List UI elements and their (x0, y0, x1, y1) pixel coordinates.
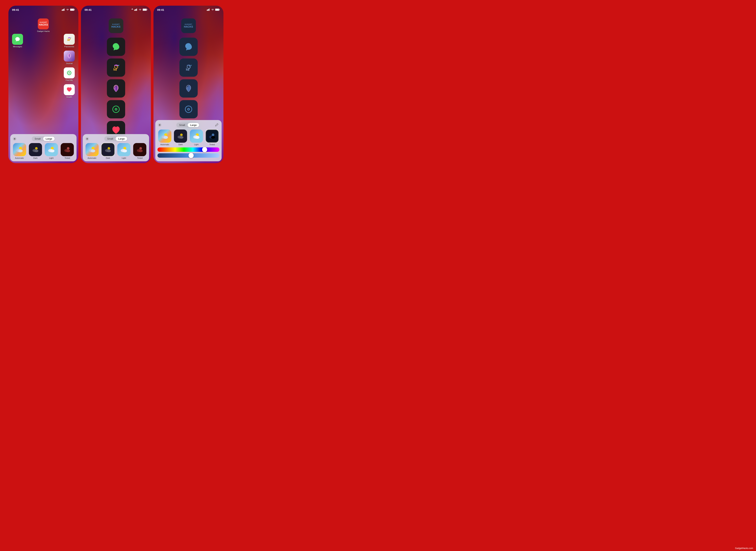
icon-tinted-3[interactable]: Tinted (205, 129, 219, 146)
findmy-tinted-icon-3[interactable] (179, 100, 198, 118)
auto-label-3: Automatic (160, 143, 169, 146)
svg-line-19 (16, 139, 16, 140)
icon-light-2[interactable]: Light (117, 143, 130, 159)
svg-line-84 (159, 124, 159, 124)
icon-auto-1[interactable]: Automatic (13, 143, 26, 159)
icon-auto-2[interactable]: Automatic (85, 143, 99, 159)
phone1-row4: Health (8, 84, 78, 98)
icon-dark-3[interactable]: Dark (173, 129, 188, 146)
status-bar-1: 09:41 (8, 6, 78, 14)
findmy-dark-icon-2[interactable] (107, 100, 125, 118)
dark-label-2: Dark (106, 157, 110, 159)
weather-light-svg-3 (192, 131, 201, 141)
messages-dark-icon-2[interactable] (107, 38, 125, 56)
icon-dark-img-3 (174, 129, 187, 143)
tinted-label-1: Tinted (64, 157, 70, 159)
size-toggle-2[interactable]: Small Large (104, 136, 128, 141)
svg-point-78 (188, 109, 189, 110)
phone3-content: GADGET HACKS (153, 6, 223, 163)
light-label-3: Light (194, 143, 199, 146)
sun-svg-2 (85, 137, 89, 141)
messages-tinted-svg-3 (183, 41, 194, 52)
passwords-tinted-icon-3[interactable] (179, 58, 198, 77)
rainbow-slider-thumb[interactable] (202, 147, 207, 152)
app-journal-1[interactable]: Journal (64, 51, 75, 64)
blue-slider-track[interactable] (157, 153, 219, 158)
icon-light-3[interactable]: Light (189, 129, 204, 146)
health-dark-svg-2 (110, 125, 121, 135)
health-label-1: Health (66, 96, 72, 98)
passwords-tinted-svg-3 (183, 62, 194, 73)
rainbow-slider-track[interactable] (157, 147, 219, 152)
app-findmy-1[interactable]: Find My (64, 67, 75, 81)
journal-tinted-icon-3[interactable] (179, 79, 198, 97)
wifi-icon-3 (211, 9, 214, 11)
signal-icon-3 (207, 9, 210, 11)
journal-dark-icon-2[interactable] (107, 79, 125, 97)
passwords-label-1: Passwords (64, 45, 74, 48)
blue-slider-thumb[interactable] (188, 153, 194, 158)
weather-auto-svg-3 (160, 131, 169, 141)
passwords-icon-1 (64, 34, 75, 45)
size-large-2[interactable]: Large (116, 137, 127, 141)
icon-dark-2[interactable]: Dark (101, 143, 115, 159)
svg-line-21 (14, 139, 14, 140)
svg-point-60 (107, 150, 111, 152)
svg-rect-2 (63, 9, 64, 11)
icon-dark-1[interactable]: Dark (29, 143, 42, 159)
app-gh-3[interactable]: GADGET HACKS (181, 18, 196, 33)
status-icons-3 (207, 9, 220, 11)
svg-rect-39 (143, 9, 146, 10)
phone1-content: GADGET HACKS Gadget Hacks (8, 6, 78, 163)
bottom-panel-3: Small Large (155, 120, 222, 161)
icon-light-1[interactable]: Light (45, 143, 58, 159)
app-messages-1[interactable]: Messages (12, 34, 23, 48)
weather-tinted-svg-3 (207, 131, 217, 141)
icon-auto-img-2 (85, 143, 99, 156)
svg-point-46 (86, 138, 88, 139)
size-small-1[interactable]: Small (32, 137, 43, 141)
size-toggle-3[interactable]: Small Large (176, 123, 200, 127)
size-small-3[interactable]: Small (177, 123, 188, 127)
signal-icon-2 (134, 9, 138, 11)
svg-rect-73 (219, 9, 220, 10)
svg-rect-35 (135, 9, 136, 11)
icon-dark-img-2 (101, 143, 115, 156)
gh-tinted-top-3: GADGET (185, 23, 192, 25)
app-passwords-1[interactable]: Passwords (64, 34, 75, 48)
status-time-2: 09:41 (85, 8, 91, 11)
phone1-row2: Journal (8, 51, 78, 64)
health-icon-1 (64, 84, 75, 95)
app-health-1[interactable]: Health (64, 84, 75, 98)
app-gadgethacks-1[interactable]: GADGET HACKS Gadget Hacks (37, 18, 50, 32)
svg-rect-34 (134, 10, 135, 11)
svg-rect-40 (147, 9, 147, 10)
size-large-1[interactable]: Large (43, 137, 55, 141)
gh-tinted-bottom-3: HACKS (184, 25, 193, 28)
passwords-dark-icon-2[interactable] (107, 58, 125, 77)
status-icons-1 (62, 9, 75, 11)
color-sliders-3 (157, 147, 219, 158)
pencil-btn-3[interactable] (214, 122, 219, 128)
light-label-2: Light (122, 157, 126, 159)
status-bar-3: 09:41 (153, 6, 223, 14)
size-toggle-1[interactable]: Small Large (32, 136, 55, 141)
messages-tinted-icon-3[interactable] (179, 38, 198, 56)
size-small-2[interactable]: Small (105, 137, 116, 141)
icon-auto-3[interactable]: Automatic (157, 129, 172, 146)
svg-rect-6 (74, 9, 75, 10)
icon-tinted-1[interactable]: Tinted (61, 143, 74, 159)
svg-line-85 (161, 126, 161, 126)
app-gh-2[interactable]: GADGET HACKS (109, 18, 123, 33)
svg-line-18 (14, 137, 14, 138)
svg-rect-1 (62, 9, 63, 11)
rainbow-slider-row[interactable] (157, 147, 219, 152)
status-time-3: 09:41 (157, 8, 164, 11)
wifi-icon-2 (139, 9, 142, 11)
journal-svg-1 (66, 52, 73, 60)
blue-slider-row[interactable] (157, 153, 219, 158)
size-large-3[interactable]: Large (188, 123, 199, 127)
gh-dark-bottom-2: HACKS (111, 25, 121, 28)
journal-dark-svg-2 (110, 83, 121, 94)
icon-tinted-2[interactable]: Tinted (133, 143, 146, 159)
